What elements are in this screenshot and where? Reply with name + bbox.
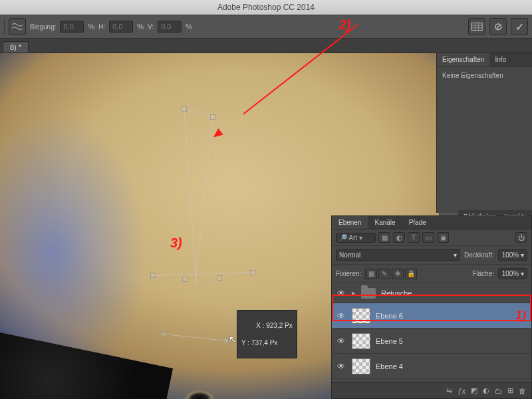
layers-panel-tabs: Ebenen Kanäle Pfade (332, 216, 531, 229)
v-label: V: (148, 23, 154, 31)
layer-row[interactable]: 👁 Ebene 4 (332, 354, 531, 379)
warp-handle[interactable] (250, 270, 255, 275)
blend-opacity-row: Normal ▾ Deckkraft: 100% ▾ (332, 246, 531, 265)
layer-name: Ebene 5 (376, 337, 403, 345)
layer-row[interactable]: 👁 Ebene 5 (332, 329, 531, 354)
visibility-toggle[interactable]: 👁 (337, 336, 346, 346)
layer-name: Ebene 6 (376, 312, 403, 320)
check-icon: ✓ (515, 21, 524, 33)
opacity-label: Deckkraft: (464, 251, 494, 259)
workspace: X : 923,2 Px Y : 737,4 Px ↖ 2) 3) Eigens… (0, 53, 532, 399)
annotation-2-abs: 2) (339, 17, 351, 33)
delete-layer-icon[interactable]: 🗑 (519, 387, 526, 395)
filter-shape-icon[interactable]: ▭ (422, 232, 434, 243)
folder-icon (361, 288, 376, 299)
filter-type-icon[interactable]: T (408, 232, 420, 243)
layer-fx-icon[interactable]: ƒx (458, 387, 466, 395)
layers-panel: Ebenen Kanäle Pfade 🔎 Art ▾ ▦ ◐ T ▭ ▣ ⏻ … (331, 215, 532, 399)
adjustment-layer-icon[interactable]: ◐ (483, 386, 489, 395)
v-field[interactable]: 0,0 (158, 21, 182, 33)
filter-adjust-icon[interactable]: ◐ (393, 232, 405, 243)
coord-x-value: 923,2 Px (266, 322, 292, 329)
h-field[interactable]: 0,0 (109, 21, 133, 33)
separator (4, 19, 5, 35)
lock-pixels-icon[interactable]: ✎ (378, 269, 390, 279)
layer-row-group[interactable]: 👁 ▸ Retusche (332, 283, 531, 303)
app-title: Adobe Photoshop CC 2014 (217, 3, 315, 12)
link-layers-icon[interactable]: ⇋ (446, 386, 452, 395)
coordinate-tooltip: X : 923,2 Px Y : 737,4 Px (237, 310, 297, 358)
lock-label: Fixieren: (336, 270, 361, 277)
filter-smart-icon[interactable]: ▣ (437, 232, 449, 243)
tab-channels[interactable]: Kanäle (368, 216, 402, 229)
warp-edge (164, 334, 227, 341)
h-label: H: (98, 23, 105, 31)
visibility-toggle[interactable]: 👁 (337, 311, 346, 321)
warp-edge (184, 109, 197, 281)
lock-buttons: ▦ ✎ ✥ 🔒 (365, 269, 417, 279)
tab-properties[interactable]: Eigenschaften (437, 53, 489, 66)
layer-row[interactable]: 👁 Ebene 6 1) (332, 303, 531, 329)
properties-tabs: Eigenschaften Info (437, 53, 532, 66)
warp-switch-icon[interactable] (9, 18, 26, 35)
properties-panel: Eigenschaften Info Keine Eigenschaften (436, 53, 532, 213)
filter-label: Art (348, 234, 357, 241)
commit-transform-button[interactable]: ✓ (511, 18, 528, 35)
layer-filter-type[interactable]: 🔎 Art ▾ (336, 233, 376, 243)
layer-filter-bar: 🔎 Art ▾ ▦ ◐ T ▭ ▣ ⏻ (332, 229, 531, 246)
coord-x-label: X : (256, 322, 264, 329)
options-bar: Biegung: 0,0 % H: 0,0 % V: 0,0 % ⊘ ✓ (0, 15, 532, 39)
layer-mask-icon[interactable]: ◩ (471, 386, 477, 395)
document-tab-label: 8) * (10, 43, 21, 51)
properties-body: Keine Eigenschaften (437, 66, 532, 84)
layer-thumbnail (352, 358, 370, 374)
layer-name: Ebene 4 (376, 362, 403, 370)
new-layer-icon[interactable]: ⊞ (507, 386, 513, 395)
coord-y-value: 737,4 Px (251, 339, 277, 346)
warp-edge (184, 109, 213, 117)
lock-transparency-icon[interactable]: ▦ (365, 269, 377, 279)
warp-handle[interactable] (217, 275, 222, 281)
pct-1: % (88, 23, 94, 31)
cursor-icon: ↖ (229, 334, 237, 344)
blend-mode-select[interactable]: Normal ▾ (336, 249, 460, 261)
warp-handle[interactable] (182, 277, 188, 282)
dark-region (0, 332, 173, 399)
filter-pixel-icon[interactable]: ▦ (378, 232, 390, 243)
visibility-toggle[interactable]: 👁 (337, 289, 346, 298)
tab-paths[interactable]: Pfade (402, 216, 433, 229)
app-title-bar: Adobe Photoshop CC 2014 (0, 0, 532, 15)
warp-edge (153, 272, 253, 276)
cancel-transform-button[interactable]: ⊘ (489, 18, 507, 35)
fill-value: 100% (502, 270, 519, 277)
layers-bottom-bar: ⇋ ƒx ◩ ◐ 🗀 ⊞ 🗑 (332, 382, 531, 398)
visibility-toggle[interactable]: 👁 (337, 362, 346, 371)
lock-all-icon[interactable]: 🔒 (405, 269, 417, 279)
disclosure-icon[interactable]: ▸ (352, 289, 356, 297)
document-tab-bar: 8) * (0, 39, 532, 53)
warp-edge (195, 117, 213, 283)
eye-region (160, 379, 239, 399)
biegung-field[interactable]: 0,0 (60, 21, 84, 33)
new-group-icon[interactable]: 🗀 (495, 387, 502, 395)
annotation-1: 1) (515, 309, 526, 323)
document-tab[interactable]: 8) * (3, 41, 29, 53)
annotation-3: 3) (170, 235, 182, 251)
filter-toggle-icon[interactable]: ⏻ (515, 232, 527, 243)
pct-2: % (137, 23, 144, 31)
biegung-label: Biegung: (30, 23, 56, 31)
blend-mode-value: Normal (339, 251, 360, 259)
svg-rect-0 (471, 23, 482, 31)
pct-3: % (186, 23, 192, 31)
fill-field[interactable]: 100% ▾ (498, 268, 527, 279)
tab-layers[interactable]: Ebenen (332, 216, 368, 229)
tab-info[interactable]: Info (489, 53, 511, 66)
warp-mode-icon[interactable] (468, 18, 485, 35)
lock-position-icon[interactable]: ✥ (392, 269, 404, 279)
opacity-value: 100% (502, 251, 519, 259)
layer-thumbnail (352, 333, 370, 349)
layer-name: Retusche (381, 289, 412, 297)
opacity-field[interactable]: 100% ▾ (498, 249, 527, 261)
layer-list: 👁 ▸ Retusche 👁 Ebene 6 1) 👁 Ebene 5 👁 (332, 283, 531, 379)
cancel-icon: ⊘ (494, 21, 503, 33)
